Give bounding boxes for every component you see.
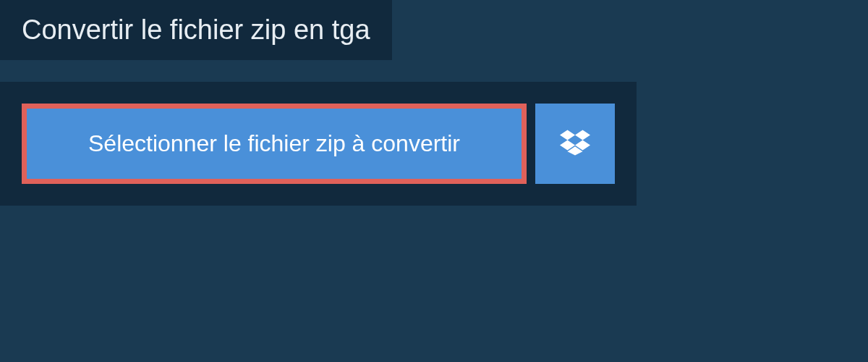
title-bar: Convertir le fichier zip en tga [0,0,392,60]
dropbox-button[interactable] [535,104,615,184]
select-file-button[interactable]: Sélectionner le fichier zip à convertir [22,104,527,184]
page-title: Convertir le fichier zip en tga [22,14,370,46]
button-container: Sélectionner le fichier zip à convertir [0,82,637,206]
select-file-label: Sélectionner le fichier zip à convertir [88,130,460,157]
dropbox-icon [560,127,590,160]
